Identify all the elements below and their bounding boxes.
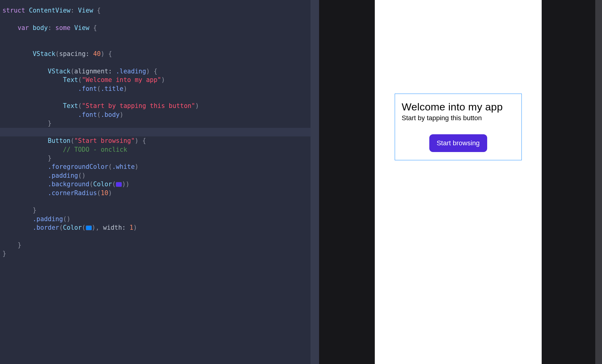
call-vstack-inner: VStack [48, 68, 70, 75]
mod-font1: .font [78, 85, 97, 92]
comment-todo: // TODO - onclick [63, 146, 127, 153]
val-body: .body [101, 111, 120, 118]
val-white: .white [112, 163, 135, 170]
type-view: View [78, 7, 93, 14]
kw-var: var [17, 24, 29, 32]
val-spacing: 40 [93, 50, 101, 58]
preview-subtitle-text: Start by tapping this button [402, 114, 482, 122]
ide-split-view: struct ContentView: View { var body: som… [0, 0, 602, 364]
str-subtitle: "Start by tapping this button" [82, 102, 195, 110]
val-title: .title [101, 85, 123, 92]
mod-padding2: .padding [33, 215, 63, 223]
mod-corner: .cornerRadius [48, 189, 97, 197]
call-color1: Color [93, 180, 112, 188]
kw-struct: struct [2, 7, 25, 14]
preview-canvas-pane[interactable]: Welcome into my app Start by tapping thi… [331, 0, 585, 364]
val-leading: .leading [116, 68, 146, 75]
color-swatch-purple-icon[interactable] [116, 182, 122, 187]
call-text2: Text [63, 102, 78, 110]
mod-background: .background [48, 180, 89, 188]
preview-right-margin [585, 0, 595, 364]
code-editor-pane[interactable]: struct ContentView: View { var body: som… [0, 0, 310, 364]
arg-width: width: [103, 224, 126, 231]
mod-fgcolor: .foregroundColor [48, 163, 108, 170]
call-color2: Color [63, 224, 82, 231]
type-view2: View [74, 24, 89, 32]
editor-minimap-gutter [310, 0, 319, 364]
mod-border: .border [33, 224, 59, 231]
source-code[interactable]: struct ContentView: View { var body: som… [0, 0, 310, 258]
call-vstack-outer: VStack [33, 50, 55, 58]
val-corner: 10 [101, 189, 108, 197]
mod-padding: .padding [48, 172, 78, 179]
call-text1: Text [63, 76, 78, 84]
str-button: "Start browsing" [74, 137, 135, 144]
type-contentview: ContentView [29, 7, 70, 14]
color-swatch-blue-icon[interactable] [86, 225, 92, 230]
mod-font2: .font [78, 111, 97, 118]
prop-body: body [33, 24, 48, 32]
start-browsing-button[interactable]: Start browsing [429, 134, 487, 152]
str-welcome: "Welcome into my app" [82, 76, 161, 84]
preview-text-stack: Welcome into my app Start by tapping thi… [402, 101, 515, 122]
preview-scrollbar-track[interactable] [595, 0, 602, 364]
preview-title-text: Welcome into my app [402, 101, 503, 113]
call-button: Button [48, 137, 70, 144]
preview-button-row: Start browsing [402, 134, 515, 152]
arg-spacing: spacing: [59, 50, 89, 58]
kw-some: some [55, 24, 70, 32]
pane-divider[interactable] [319, 0, 331, 364]
arg-alignment: alignment: [74, 68, 112, 75]
preview-device-frame: Welcome into my app Start by tapping thi… [375, 0, 542, 364]
val-width: 1 [130, 224, 133, 231]
preview-root-vstack: Welcome into my app Start by tapping thi… [395, 94, 522, 160]
